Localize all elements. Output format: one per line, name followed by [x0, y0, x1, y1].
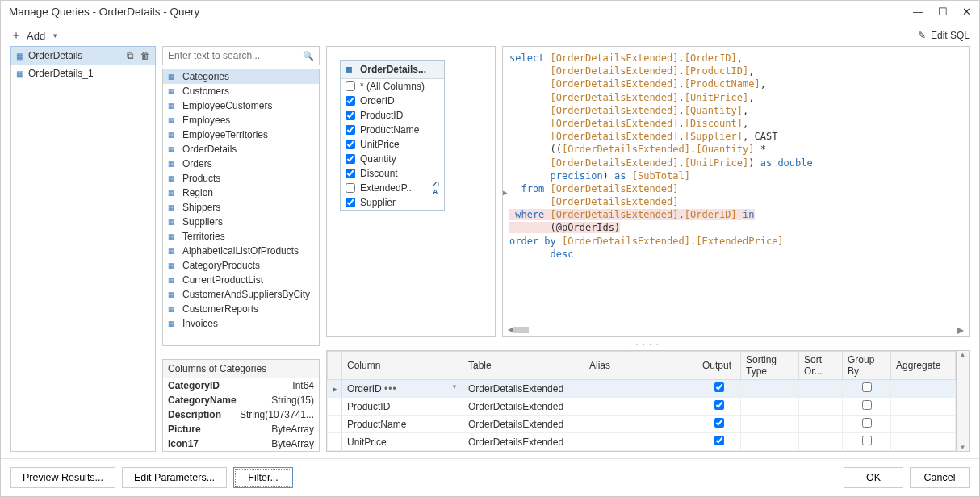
grid-table-cell[interactable]: OrderDetailsExtended [463, 398, 584, 416]
table-row[interactable]: ▦Categories [163, 69, 319, 84]
grid-header[interactable]: Group By [843, 352, 891, 380]
sql-horizontal-scrollbar[interactable]: ◀ ▶ [503, 324, 969, 335]
preview-results-button[interactable]: Preview Results... [10, 467, 115, 488]
field-checkbox[interactable] [346, 125, 355, 135]
grid-sortingtype-cell[interactable] [741, 433, 799, 451]
table-row[interactable]: ▦CustomerReports [163, 302, 319, 316]
grid-header[interactable]: Sorting Type [741, 352, 799, 380]
grid-sortingtype-cell[interactable] [741, 416, 799, 433]
field-checkbox[interactable] [346, 169, 355, 178]
grid-aggregate-cell[interactable] [891, 433, 956, 451]
filter-button[interactable]: Filter... [233, 467, 293, 488]
grid-table-cell[interactable]: OrderDetailsExtended [463, 380, 584, 398]
search-icon[interactable]: 🔍 [303, 51, 314, 61]
table-row[interactable]: ▦Territories [163, 229, 319, 244]
sql-panel[interactable]: ▶ select [OrderDetailsExtended].[OrderID… [502, 46, 970, 337]
maximize-button[interactable]: ☐ [938, 6, 948, 18]
ok-button[interactable]: OK [844, 467, 903, 488]
ellipsis-button[interactable]: ••• [384, 383, 397, 395]
table-row[interactable]: ▦Invoices [163, 316, 319, 331]
grid-header[interactable]: Alias [584, 352, 697, 380]
splitter[interactable]: · · · · · · [326, 340, 970, 347]
grid-row[interactable]: UnitPriceOrderDetailsExtended [328, 433, 956, 451]
diagram-table-box[interactable]: ▦ OrderDetails... * (All Columns)OrderID… [340, 60, 445, 211]
grid-output-cell[interactable] [697, 398, 741, 416]
grid-row[interactable]: ProductIDOrderDetailsExtended [328, 398, 956, 416]
diagram-field[interactable]: ProductName [341, 123, 444, 137]
grid-column-cell[interactable]: OrderID ▼ ••• [342, 380, 463, 398]
diagram-field[interactable]: ProductID [341, 108, 444, 123]
grid-header[interactable]: Sort Or... [799, 352, 843, 380]
grid-output-cell[interactable] [697, 433, 741, 451]
edit-parameters-button[interactable]: Edit Parameters... [122, 467, 227, 488]
table-row[interactable]: ▦Shippers [163, 200, 319, 215]
grid-alias-cell[interactable] [584, 398, 697, 416]
grid-groupby-cell[interactable] [843, 416, 891, 433]
grid-alias-cell[interactable] [584, 416, 697, 433]
grid-sortorder-cell[interactable] [799, 416, 843, 433]
grid-output-cell[interactable] [697, 380, 741, 398]
grid-row[interactable]: ProductNameOrderDetailsExtended [328, 416, 956, 433]
field-checkbox[interactable] [346, 111, 355, 120]
table-row[interactable]: ▦CategoryProducts [163, 258, 319, 273]
table-row[interactable]: ▦EmployeeTerritories [163, 127, 319, 142]
grid-header[interactable]: Output [697, 352, 741, 380]
diagram-field[interactable]: UnitPrice [341, 137, 444, 152]
table-row[interactable]: ▦CustomerAndSuppliersByCity [163, 287, 319, 302]
grid-groupby-cell[interactable] [843, 433, 891, 451]
query-item[interactable]: ▦OrderDetails_1 [11, 65, 155, 82]
grid-column-cell[interactable]: ProductID [342, 398, 463, 416]
columns-grid[interactable]: ColumnTableAliasOutputSorting TypeSort O… [326, 350, 957, 452]
table-row[interactable]: ▦OrderDetails [163, 142, 319, 157]
grid-column-cell[interactable]: ProductName [342, 416, 463, 433]
diagram-field[interactable]: OrderID [341, 94, 444, 108]
table-row[interactable]: ▦Suppliers [163, 215, 319, 229]
field-checkbox[interactable] [346, 96, 355, 106]
cancel-button[interactable]: Cancel [910, 467, 970, 488]
table-row[interactable]: ▦Products [163, 171, 319, 186]
grid-aggregate-cell[interactable] [891, 416, 956, 433]
query-item[interactable]: ▦OrderDetails⧉🗑 [10, 46, 156, 65]
grid-sortingtype-cell[interactable] [741, 398, 799, 416]
diagram-field[interactable]: Supplier [341, 195, 444, 210]
diagram-field[interactable]: ExtendedP...Z↓A [341, 181, 444, 195]
add-button[interactable]: ＋ Add ▼ [10, 28, 58, 43]
field-checkbox[interactable] [346, 183, 355, 193]
grid-groupby-cell[interactable] [843, 380, 891, 398]
expand-arrow-icon[interactable]: ▶ [502, 187, 508, 196]
grid-alias-cell[interactable] [584, 433, 697, 451]
grid-row[interactable]: ▸OrderID ▼ •••OrderDetailsExtended [328, 380, 956, 398]
diagram-field[interactable]: * (All Columns) [341, 79, 444, 94]
grid-table-cell[interactable]: OrderDetailsExtended [463, 433, 584, 451]
grid-aggregate-cell[interactable] [891, 398, 956, 416]
grid-sortorder-cell[interactable] [799, 398, 843, 416]
splitter[interactable]: · · · · · · [162, 349, 320, 356]
diagram-field[interactable]: Discount [341, 166, 444, 181]
grid-header[interactable]: Aggregate [891, 352, 956, 380]
tables-list[interactable]: ▦Categories▦Customers▦EmployeeCustomers▦… [162, 69, 320, 346]
copy-icon[interactable]: ⧉ [127, 50, 134, 61]
table-row[interactable]: ▦EmployeeCustomers [163, 98, 319, 113]
table-row[interactable]: ▦Employees [163, 113, 319, 127]
minimize-button[interactable]: — [913, 6, 923, 18]
field-checkbox[interactable] [346, 140, 355, 149]
grid-sortingtype-cell[interactable] [741, 380, 799, 398]
field-checkbox[interactable] [346, 81, 355, 91]
close-button[interactable]: ✕ [962, 6, 971, 18]
table-row[interactable]: ▦Region [163, 186, 319, 200]
table-row[interactable]: ▦AlphabeticalListOfProducts [163, 244, 319, 258]
grid-sortorder-cell[interactable] [799, 433, 843, 451]
delete-icon[interactable]: 🗑 [140, 50, 150, 61]
grid-aggregate-cell[interactable] [891, 380, 956, 398]
grid-column-cell[interactable]: UnitPrice [342, 433, 463, 451]
edit-sql-button[interactable]: ✎ Edit SQL [918, 30, 970, 41]
field-checkbox[interactable] [346, 154, 355, 164]
grid-header[interactable]: Table [463, 352, 584, 380]
table-row[interactable]: ▦Orders [163, 157, 319, 171]
diagram-field[interactable]: Quantity [341, 152, 444, 166]
dropdown-icon[interactable]: ▼ [451, 383, 458, 390]
grid-vertical-scrollbar[interactable]: ▲▼ [957, 350, 970, 452]
grid-table-cell[interactable]: OrderDetailsExtended [463, 416, 584, 433]
search-input[interactable] [163, 47, 319, 65]
grid-groupby-cell[interactable] [843, 398, 891, 416]
